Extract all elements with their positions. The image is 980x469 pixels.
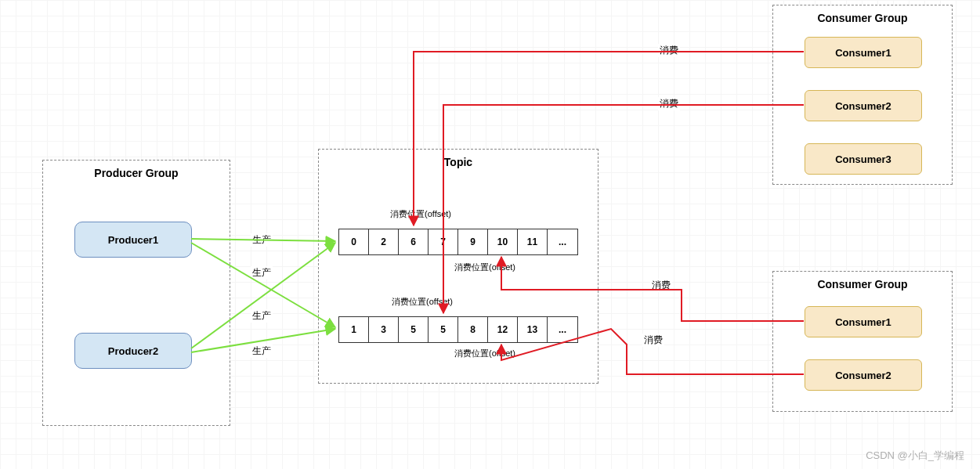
consumer-label: Consumer2 [835, 370, 891, 381]
producer-label: Producer2 [108, 345, 158, 357]
offset-label: 消费位置(offset) [454, 348, 515, 359]
queue-cell: 0 [339, 229, 369, 254]
queue-cell: 10 [488, 229, 518, 254]
consumer-box: Consumer2 [805, 359, 922, 391]
topic-title: Topic [319, 156, 598, 168]
consumer-box: Consumer1 [805, 306, 922, 337]
consumer-label: Consumer1 [835, 47, 891, 59]
offset-label: 消费位置(offset) [392, 296, 453, 308]
consumer-label: Consumer1 [835, 316, 891, 328]
queue-cell: 11 [518, 229, 548, 254]
queue-1: 0 2 6 7 9 10 11 ... [338, 229, 578, 255]
consumer-box: Consumer3 [805, 143, 922, 175]
consumer-box: Consumer2 [805, 90, 922, 121]
edge-label-produce: 生产 [251, 266, 273, 280]
queue-cell: ... [548, 229, 577, 254]
producer-label: Producer1 [108, 234, 158, 246]
queue-cell: ... [548, 317, 577, 342]
offset-label: 消费位置(offset) [454, 262, 515, 273]
edge-label-consume: 消费 [658, 44, 680, 57]
queue-cell: 5 [399, 317, 429, 342]
edge-label-produce: 生产 [251, 345, 273, 358]
queue-cell: 7 [429, 229, 458, 254]
edge-label-produce: 生产 [251, 309, 273, 323]
producer-box: Producer1 [74, 222, 192, 258]
queue-cell: 3 [369, 317, 399, 342]
queue-cell: 6 [399, 229, 429, 254]
queue-2: 1 3 5 5 8 12 13 ... [338, 316, 578, 343]
offset-label: 消费位置(offset) [390, 208, 451, 220]
producer-group-title: Producer Group [43, 167, 230, 179]
consumer-group-title: Consumer Group [773, 278, 952, 290]
consumer-group-title: Consumer Group [773, 12, 952, 24]
edge-label-consume: 消费 [658, 97, 680, 110]
queue-cell: 1 [339, 317, 369, 342]
producer-group-box: Producer Group Producer1 Producer2 [42, 160, 230, 426]
edge-label-produce: 生产 [251, 233, 273, 247]
watermark: CSDN @小白_学编程 [866, 449, 964, 463]
consumer-label: Consumer2 [835, 100, 891, 112]
edge-label-consume: 消费 [642, 334, 664, 347]
edge-label-consume: 消费 [650, 279, 672, 292]
queue-cell: 12 [488, 317, 518, 342]
consumer-group-top-box: Consumer Group Consumer1 Consumer2 Consu… [772, 5, 953, 185]
queue-cell: 5 [429, 317, 458, 342]
consumer-label: Consumer3 [835, 153, 891, 165]
queue-cell: 13 [518, 317, 548, 342]
queue-cell: 8 [458, 317, 488, 342]
consumer-box: Consumer1 [805, 37, 922, 68]
queue-cell: 2 [369, 229, 399, 254]
queue-cell: 9 [458, 229, 488, 254]
consumer-group-bottom-box: Consumer Group Consumer1 Consumer2 [772, 271, 953, 412]
producer-box: Producer2 [74, 333, 192, 369]
